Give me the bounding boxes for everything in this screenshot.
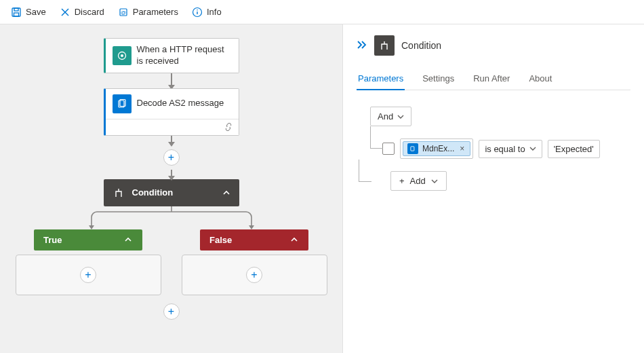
chevron-up-icon [222, 188, 231, 198]
false-branch: False + [182, 229, 327, 295]
save-label: Save [26, 7, 46, 17]
connector-arrow [171, 170, 172, 179]
parameters-button[interactable]: @ Parameters [113, 4, 184, 20]
false-branch-body[interactable]: + [182, 255, 327, 295]
dynamic-content-token[interactable]: MdnEx... × [403, 141, 470, 156]
operand-right-value: 'Expected' [554, 144, 594, 154]
svg-text:@: @ [121, 10, 126, 16]
svg-rect-2 [14, 13, 19, 16]
true-label: True [43, 235, 62, 245]
chevron-down-icon [529, 145, 536, 152]
true-branch-body[interactable]: + [16, 255, 161, 295]
details-panel: Condition Parameters Settings Run After … [342, 24, 644, 353]
chevron-down-icon [431, 178, 438, 185]
false-chip[interactable]: False [200, 229, 308, 250]
false-label: False [209, 235, 232, 245]
chevron-down-icon [397, 113, 404, 120]
info-icon [192, 7, 203, 18]
connector-arrow [171, 73, 172, 88]
trigger-title: When a HTTP request is received [137, 44, 232, 67]
condition-row: MdnEx... × is equal to 'Expected' [382, 138, 630, 159]
add-label: Add [410, 176, 426, 186]
panel-tabs: Parameters Settings Run After About [357, 68, 630, 90]
row-checkbox[interactable] [382, 143, 395, 155]
panel-title: Condition [401, 40, 441, 51]
add-step-button[interactable]: + [80, 267, 96, 283]
trigger-card[interactable]: When a HTTP request is received [104, 38, 239, 73]
parameters-icon: @ [118, 7, 129, 18]
decode-as2-icon [113, 94, 132, 113]
svg-rect-0 [12, 8, 20, 16]
svg-rect-1 [14, 8, 18, 11]
http-trigger-icon [113, 46, 132, 65]
chevron-up-icon [289, 235, 299, 244]
decode-link-icon [106, 119, 239, 135]
discard-label: Discard [75, 7, 104, 17]
condition-icon [112, 186, 125, 200]
save-icon [11, 7, 22, 18]
true-branch: True + [16, 229, 161, 295]
group-operator-select[interactable]: And [370, 107, 411, 126]
svg-rect-16 [411, 147, 414, 151]
token-icon [407, 143, 418, 154]
add-step-button[interactable]: + [163, 149, 180, 166]
parameters-label: Parameters [133, 7, 178, 17]
group-operator-label: And [378, 111, 393, 122]
connector-arrow [171, 136, 172, 145]
info-label: Info [207, 7, 222, 17]
token-remove-button[interactable]: × [458, 144, 466, 153]
svg-point-9 [197, 10, 198, 11]
add-step-button[interactable]: + [163, 303, 180, 320]
token-label: MdnEx... [422, 144, 454, 153]
condition-icon [374, 35, 395, 56]
discard-button[interactable]: Discard [54, 4, 110, 20]
operand-right-input[interactable]: 'Expected' [548, 140, 600, 158]
add-condition-button[interactable]: + Add [390, 171, 447, 191]
chevron-up-icon [123, 235, 133, 244]
toolbar: Save Discard @ Parameters Info [0, 0, 644, 24]
plus-icon: + [399, 176, 405, 186]
condition-builder: And MdnEx... × is equal to [370, 107, 630, 191]
condition-title: Condition [132, 187, 215, 198]
info-button[interactable]: Info [186, 4, 227, 20]
add-step-button[interactable]: + [246, 267, 262, 283]
svg-point-11 [121, 54, 123, 57]
operator-select[interactable]: is equal to [479, 140, 542, 158]
tab-parameters[interactable]: Parameters [357, 68, 405, 90]
collapse-panel-button[interactable] [357, 40, 367, 52]
tab-run-after[interactable]: Run After [472, 68, 511, 90]
workflow-canvas[interactable]: When a HTTP request is received Decode A… [0, 24, 342, 353]
decode-card[interactable]: Decode AS2 message [104, 88, 239, 136]
operand-left-input[interactable]: MdnEx... × [400, 138, 473, 159]
tab-settings[interactable]: Settings [421, 68, 456, 90]
true-chip[interactable]: True [34, 229, 142, 250]
discard-icon [60, 7, 71, 18]
condition-branches: True + False [14, 213, 329, 295]
decode-title: Decode AS2 message [137, 98, 224, 109]
operator-label: is equal to [485, 144, 525, 154]
save-button[interactable]: Save [5, 4, 52, 20]
condition-card[interactable]: Condition [104, 179, 239, 206]
tab-about[interactable]: About [527, 68, 553, 90]
